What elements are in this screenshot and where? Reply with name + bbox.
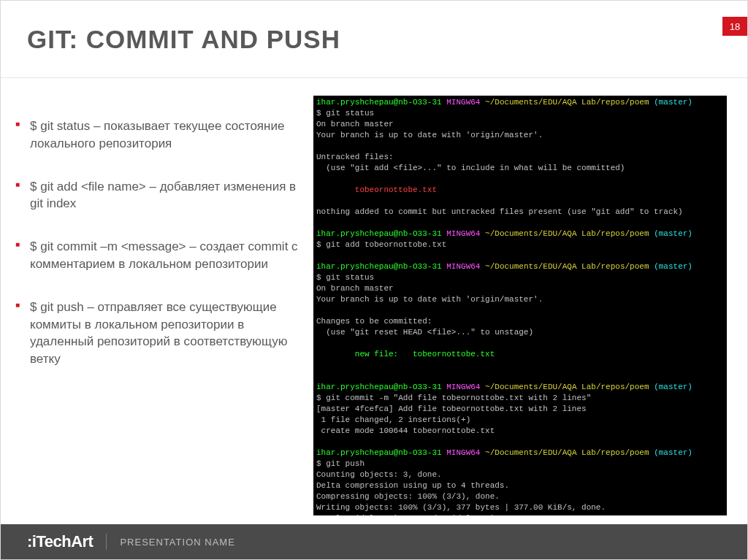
footer-separator bbox=[106, 534, 107, 550]
terminal-output: ihar.pryshchepau@nb-O33-31 MINGW64 ~/Doc… bbox=[313, 96, 727, 515]
slide-title: GIT: COMMIT AND PUSH bbox=[27, 25, 747, 54]
slide: GIT: COMMIT AND PUSH 18 $ git status – п… bbox=[0, 0, 748, 560]
footer: :iTechArt PRESENTATION NAME bbox=[1, 524, 747, 559]
divider bbox=[1, 77, 747, 78]
right-column: ihar.pryshchepau@nb-O33-31 MINGW64 ~/Doc… bbox=[308, 96, 747, 515]
body: $ git status – показывает текущее состоя… bbox=[15, 96, 747, 515]
left-column: $ git status – показывает текущее состоя… bbox=[15, 96, 308, 515]
bullet-item: $ git push – отправляет все существующие… bbox=[15, 299, 308, 368]
page-number-badge: 18 bbox=[722, 17, 747, 36]
header: GIT: COMMIT AND PUSH bbox=[27, 25, 747, 54]
footer-text: PRESENTATION NAME bbox=[120, 537, 234, 548]
bullet-item: $ git add <file name> – добавляет измене… bbox=[15, 178, 308, 213]
bullet-item: $ git commit –m <message> – создает comm… bbox=[15, 238, 308, 273]
bullet-list: $ git status – показывает текущее состоя… bbox=[15, 118, 308, 368]
logo: :iTechArt bbox=[27, 532, 93, 551]
bullet-item: $ git status – показывает текущее состоя… bbox=[15, 118, 308, 153]
